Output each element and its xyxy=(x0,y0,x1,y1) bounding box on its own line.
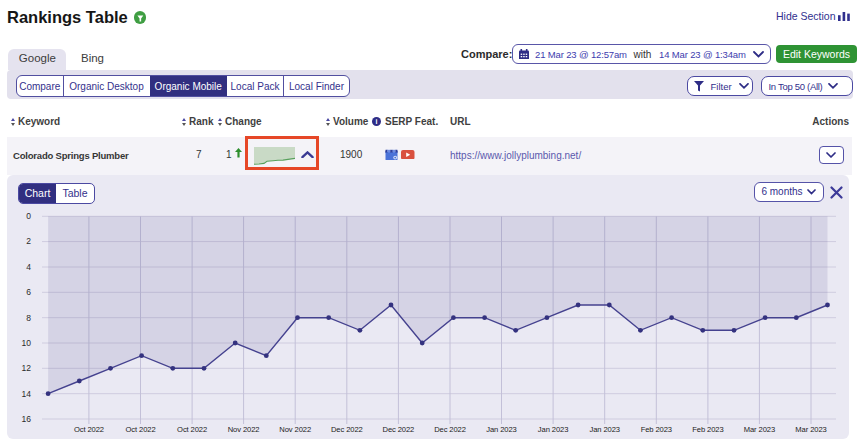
svg-text:12: 12 xyxy=(22,363,32,373)
svg-text:8: 8 xyxy=(26,313,31,323)
svg-text:Dec 2022: Dec 2022 xyxy=(331,425,363,434)
svg-text:Oct 2022: Oct 2022 xyxy=(125,425,155,434)
svg-text:Jan 2023: Jan 2023 xyxy=(589,425,619,434)
svg-text:Oct 2022: Oct 2022 xyxy=(74,425,104,434)
svg-text:Feb 2023: Feb 2023 xyxy=(692,425,723,434)
svg-text:Nov 2022: Nov 2022 xyxy=(279,425,311,434)
svg-text:Dec 2022: Dec 2022 xyxy=(434,425,466,434)
svg-text:10: 10 xyxy=(22,338,32,348)
svg-text:Oct 2022: Oct 2022 xyxy=(177,425,207,434)
svg-text:Dec 2022: Dec 2022 xyxy=(383,425,415,434)
svg-text:Mar 2023: Mar 2023 xyxy=(744,425,775,434)
svg-text:4: 4 xyxy=(26,262,31,272)
svg-text:Jan 2023: Jan 2023 xyxy=(486,425,516,434)
svg-text:2: 2 xyxy=(26,236,31,246)
svg-text:Jan 2023: Jan 2023 xyxy=(538,425,568,434)
svg-text:0: 0 xyxy=(26,211,31,221)
svg-text:14: 14 xyxy=(22,389,32,399)
svg-text:Feb 2023: Feb 2023 xyxy=(641,425,672,434)
svg-text:Nov 2022: Nov 2022 xyxy=(228,425,260,434)
svg-text:6: 6 xyxy=(26,287,31,297)
svg-text:16: 16 xyxy=(22,414,32,424)
svg-text:Mar 2023: Mar 2023 xyxy=(795,425,826,434)
